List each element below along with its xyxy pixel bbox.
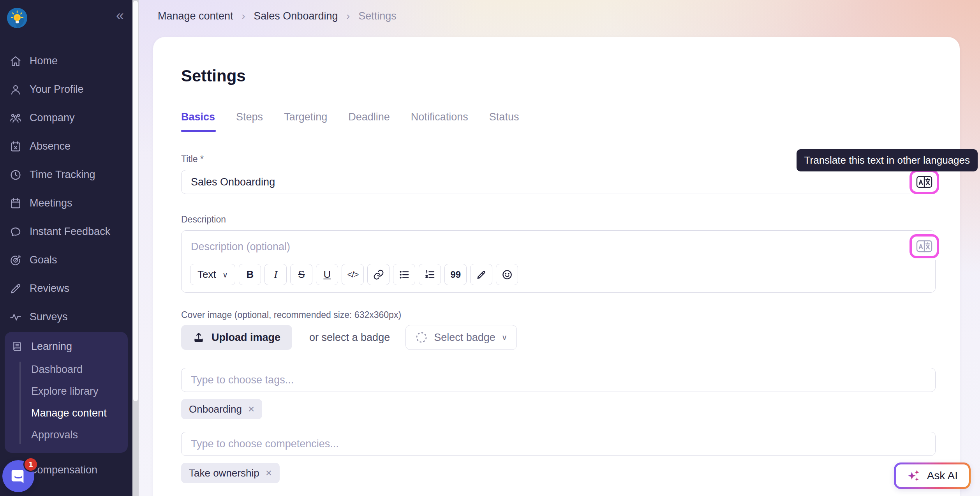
app-logo[interactable]: [7, 8, 27, 28]
ask-ai-button[interactable]: Ask AI: [894, 462, 971, 489]
chevron-down-icon: ∨: [222, 270, 228, 279]
upload-image-label: Upload image: [212, 332, 280, 344]
emoji-button[interactable]: [496, 264, 518, 285]
link-button[interactable]: [367, 264, 390, 285]
competencies-input[interactable]: [182, 432, 935, 455]
text-style-dropdown[interactable]: Text ∨: [190, 264, 235, 285]
competency-chip-take-ownership: Take ownership ×: [181, 463, 280, 483]
sidebar-subitem-explore-library[interactable]: Explore library: [5, 380, 128, 402]
sidebar-item-learning[interactable]: Learning: [5, 334, 128, 358]
description-editor: Description (optional) Text ∨ B I S U </…: [181, 230, 936, 293]
description-field-label: Description: [181, 214, 936, 225]
pencil-icon: [9, 282, 22, 295]
bullet-list-button[interactable]: [393, 264, 415, 285]
highlight-button[interactable]: [470, 264, 492, 285]
sidebar-item-reviews[interactable]: Reviews: [0, 274, 132, 303]
tab-deadline[interactable]: Deadline: [348, 111, 390, 123]
description-input[interactable]: Description (optional): [191, 241, 892, 253]
app-root: { "glyphs": { "collapse": "«", "breadcru…: [0, 0, 980, 496]
numbered-list-button[interactable]: [419, 264, 441, 285]
sidebar-item-your-profile[interactable]: Your Profile: [0, 75, 132, 104]
underline-button[interactable]: U: [316, 264, 338, 285]
translate-title-button[interactable]: [909, 170, 939, 194]
sidebar-subitem-approvals[interactable]: Approvals: [5, 424, 128, 446]
breadcrumb-manage-content[interactable]: Manage content: [158, 10, 233, 22]
remove-competency-icon[interactable]: ×: [266, 468, 272, 478]
text-style-label: Text: [197, 268, 216, 281]
breadcrumb-separator: ›: [242, 10, 245, 22]
sidebar-item-label: Compensation: [30, 464, 97, 476]
strikethrough-button[interactable]: S: [290, 264, 312, 285]
sidebar-item-label: Meetings: [30, 197, 72, 209]
bullet-list-icon: [398, 269, 410, 281]
sidebar: « Home Your Profile Company Absence Time…: [0, 0, 132, 496]
sidebar-item-home[interactable]: Home: [0, 47, 132, 75]
sidebar-subitem-label: Explore library: [31, 385, 99, 397]
sidebar-item-absence[interactable]: Absence: [0, 132, 132, 161]
sidebar-item-label: Company: [30, 112, 75, 124]
sidebar-subitem-label: Dashboard: [31, 364, 83, 376]
tags-field-wrap: [181, 368, 936, 392]
tab-steps[interactable]: Steps: [236, 111, 263, 123]
title-field-wrap: [181, 170, 936, 194]
breadcrumb-separator: ›: [346, 10, 350, 22]
target-icon: [9, 254, 22, 267]
italic-button[interactable]: I: [264, 264, 287, 285]
pulse-icon: [9, 311, 22, 323]
sidebar-collapse-button[interactable]: «: [116, 9, 124, 23]
tags-input[interactable]: [182, 368, 935, 392]
tab-status[interactable]: Status: [489, 111, 519, 123]
sidebar-learning-section: Learning Dashboard Explore library Manag…: [5, 332, 128, 453]
sidebar-item-instant-feedback[interactable]: Instant Feedback: [0, 217, 132, 246]
bold-button[interactable]: B: [239, 264, 261, 285]
chat-launcher-button[interactable]: 1: [2, 460, 34, 492]
translate-tooltip: Translate this text in other languages: [797, 149, 978, 171]
sidebar-item-surveys[interactable]: Surveys: [0, 303, 132, 331]
highlighter-icon: [476, 269, 487, 281]
code-button[interactable]: </>: [342, 264, 364, 285]
translate-icon: [916, 175, 933, 189]
clock-icon: [9, 169, 22, 181]
settings-tabs: Basics Steps Targeting Deadline Notifica…: [181, 111, 936, 132]
richtext-toolbar: Text ∨ B I S U </> 99: [190, 264, 518, 285]
sidebar-item-meetings[interactable]: Meetings: [0, 189, 132, 217]
or-select-badge-text: or select a badge: [309, 332, 390, 344]
tag-chip-onboarding: Onboarding ×: [181, 399, 262, 419]
translate-icon: [916, 239, 933, 253]
ai-sparkles-icon: [907, 469, 921, 483]
upload-icon: [193, 332, 204, 343]
unread-count-badge: 1: [23, 457, 38, 472]
cover-image-row: Upload image or select a badge Select ba…: [181, 325, 936, 350]
sidebar-nav: Home Your Profile Company Absence Time T…: [0, 47, 132, 484]
tab-targeting[interactable]: Targeting: [284, 111, 327, 123]
sidebar-subitem-dashboard[interactable]: Dashboard: [5, 358, 128, 380]
sidebar-subitem-manage-content[interactable]: Manage content: [5, 402, 128, 424]
chevron-down-icon: ∨: [502, 333, 508, 342]
breadcrumb-sales-onboarding[interactable]: Sales Onboarding: [254, 10, 338, 22]
breadcrumb: Manage content › Sales Onboarding › Sett…: [139, 0, 980, 32]
calendar-icon: [9, 197, 22, 210]
home-icon: [9, 55, 22, 67]
sidebar-item-label: Learning: [31, 341, 72, 353]
tab-basics[interactable]: Basics: [181, 111, 215, 123]
competency-chip-label: Take ownership: [189, 467, 259, 479]
dashed-circle-icon: [415, 331, 428, 344]
breadcrumb-settings: Settings: [358, 10, 397, 22]
sidebar-scrollbar-thumb[interactable]: [133, 1, 138, 401]
sidebar-item-time-tracking[interactable]: Time Tracking: [0, 161, 132, 189]
sidebar-subitem-label: Approvals: [31, 429, 78, 441]
remove-tag-icon[interactable]: ×: [248, 404, 254, 415]
sidebar-scrollbar-track: [132, 0, 139, 496]
numbered-list-icon: [424, 269, 436, 281]
upload-image-button[interactable]: Upload image: [181, 325, 292, 350]
ask-ai-label: Ask AI: [927, 470, 958, 482]
translate-description-button[interactable]: [909, 234, 939, 258]
sidebar-item-goals[interactable]: Goals: [0, 246, 132, 274]
sidebar-item-company[interactable]: Company: [0, 104, 132, 132]
tab-notifications[interactable]: Notifications: [411, 111, 468, 123]
select-badge-dropdown[interactable]: Select badge ∨: [405, 325, 517, 350]
emoji-smile-icon: [501, 269, 513, 281]
title-input[interactable]: [182, 170, 935, 194]
blockquote-button[interactable]: 99: [444, 264, 467, 285]
lightbulb-logo-icon: [7, 8, 27, 28]
